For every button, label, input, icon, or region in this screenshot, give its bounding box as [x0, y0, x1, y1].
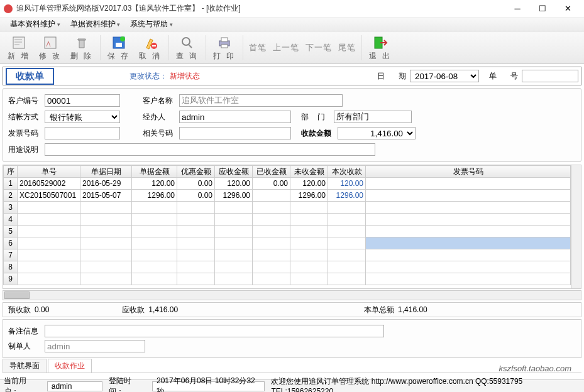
cell[interactable] [366, 273, 571, 285]
cell[interactable] [18, 261, 80, 273]
horizontal-scrollbar[interactable] [3, 290, 581, 300]
cell[interactable] [215, 226, 253, 237]
close-button[interactable]: ✕ [555, 1, 580, 16]
rel-input[interactable] [179, 127, 291, 139]
menu-help[interactable]: 系统与帮助 [126, 18, 177, 31]
cell[interactable] [177, 237, 215, 249]
next-button[interactable]: 下一笔 [303, 33, 334, 62]
cell[interactable] [290, 202, 328, 214]
table-row[interactable]: 4 [4, 214, 571, 226]
cell[interactable]: 1296.00 [215, 190, 253, 202]
cell[interactable]: 1296.00 [132, 190, 177, 202]
settle-select[interactable]: 银行转账 [45, 111, 120, 123]
maker-input[interactable] [45, 340, 145, 352]
cell[interactable]: 2 [4, 190, 18, 202]
table-row[interactable]: 2XC201505070012015-05-071296.000.001296.… [4, 190, 571, 202]
cell[interactable] [177, 249, 215, 261]
cell[interactable] [253, 214, 290, 226]
cell[interactable] [290, 214, 328, 226]
cell[interactable]: 120.00 [328, 178, 366, 190]
dept-input[interactable] [334, 111, 412, 123]
cell[interactable]: 0.00 [177, 190, 215, 202]
cell[interactable]: 2015-05-07 [80, 190, 132, 202]
cell[interactable] [290, 249, 328, 261]
cell[interactable] [253, 273, 290, 285]
delete-button[interactable]: 删 除 [67, 33, 97, 62]
table-row[interactable]: 8 [4, 261, 571, 273]
cell[interactable] [132, 214, 177, 226]
cell[interactable] [132, 237, 177, 249]
cell[interactable] [366, 261, 571, 273]
table-row[interactable]: 6 [4, 237, 571, 249]
cell[interactable] [215, 249, 253, 261]
cell[interactable] [328, 273, 366, 285]
cell[interactable] [132, 261, 177, 273]
col-no[interactable]: 单号 [18, 166, 80, 178]
cell[interactable] [328, 249, 366, 261]
cell[interactable]: 1296.00 [328, 190, 366, 202]
cell[interactable] [328, 214, 366, 226]
cell[interactable] [80, 249, 132, 261]
cell[interactable] [80, 202, 132, 214]
query-button[interactable]: 查 询 [172, 33, 202, 62]
cell[interactable] [328, 226, 366, 237]
cell[interactable] [177, 261, 215, 273]
col-due[interactable]: 应收金额 [215, 166, 253, 178]
cell[interactable] [18, 273, 80, 285]
last-button[interactable]: 尾笔 [336, 33, 358, 62]
col-unpaid[interactable]: 未收金额 [290, 166, 328, 178]
cell[interactable] [366, 178, 571, 190]
cell[interactable] [366, 226, 571, 237]
cell[interactable] [215, 237, 253, 249]
cell[interactable] [132, 273, 177, 285]
cust-name-input[interactable] [179, 94, 343, 107]
cell[interactable] [18, 249, 80, 261]
new-button[interactable]: 新 增 [4, 33, 34, 62]
cell[interactable]: 4 [4, 214, 18, 226]
cell[interactable] [177, 226, 215, 237]
print-button[interactable]: 打 印 [209, 33, 240, 62]
tab-nav[interactable]: 导航界面 [3, 359, 47, 373]
cell[interactable]: 6 [4, 237, 18, 249]
amount-input[interactable]: 1,416.00 [338, 127, 416, 139]
note-input[interactable] [45, 143, 375, 156]
save-button[interactable]: 保 存 [104, 33, 134, 62]
cell[interactable] [366, 214, 571, 226]
cell[interactable]: 0.00 [177, 178, 215, 190]
cell[interactable]: 7 [4, 249, 18, 261]
tab-work[interactable]: 收款作业 [48, 359, 92, 373]
cell[interactable] [177, 214, 215, 226]
col-paid[interactable]: 已收金额 [253, 166, 290, 178]
vertical-scrollbar[interactable] [571, 165, 581, 288]
cell[interactable] [253, 226, 290, 237]
col-inv[interactable]: 发票号码 [366, 166, 571, 178]
cell[interactable]: 120.00 [290, 178, 328, 190]
cell[interactable] [290, 237, 328, 249]
cancel-button[interactable]: 取 消 [135, 33, 165, 62]
cell[interactable] [253, 190, 290, 202]
cell[interactable]: 9 [4, 273, 18, 285]
cell[interactable] [253, 237, 290, 249]
cell[interactable] [328, 261, 366, 273]
cell[interactable]: 5 [4, 226, 18, 237]
minimize-button[interactable]: ─ [505, 1, 530, 16]
first-button[interactable]: 首笔 [246, 33, 269, 62]
cell[interactable]: 0.00 [253, 178, 290, 190]
cell[interactable]: 2016-05-29 [80, 178, 132, 190]
cell[interactable] [366, 190, 571, 202]
remark-input[interactable] [45, 325, 384, 337]
menu-basic[interactable]: 基本资料维护 [6, 18, 64, 31]
table-row[interactable]: 5 [4, 226, 571, 237]
col-this[interactable]: 本次收款 [328, 166, 366, 178]
cell[interactable] [177, 202, 215, 214]
cell[interactable] [18, 237, 80, 249]
handler-input[interactable] [179, 111, 291, 123]
cell[interactable] [253, 261, 290, 273]
cell[interactable] [366, 237, 571, 249]
cell[interactable] [215, 261, 253, 273]
cell[interactable] [80, 273, 132, 285]
table-row[interactable]: 7 [4, 249, 571, 261]
cell[interactable] [18, 214, 80, 226]
col-seq[interactable]: 序 [4, 166, 18, 178]
cell[interactable] [290, 226, 328, 237]
